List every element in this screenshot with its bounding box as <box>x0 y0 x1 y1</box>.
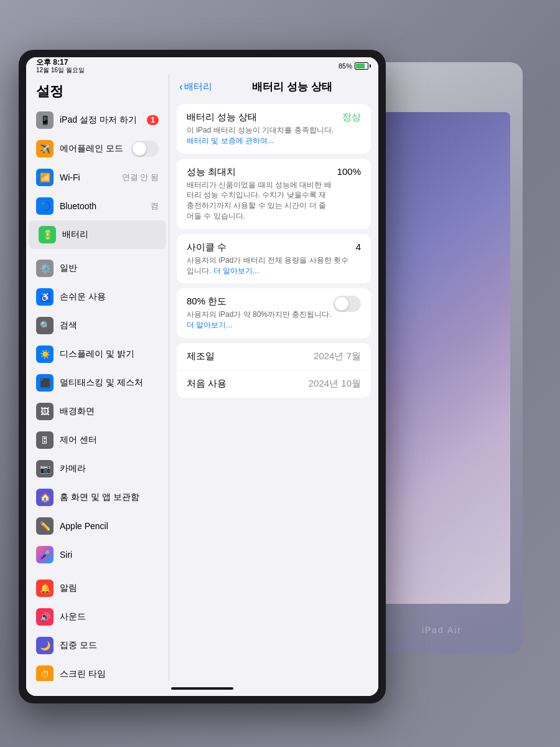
display-label: 디스플레이 및 밝기 <box>60 349 159 360</box>
first-use-value: 2024년 10월 <box>309 378 361 390</box>
wifi-label: Wi-Fi <box>60 172 116 182</box>
detail-title: 배터리 성능 상태 <box>216 80 368 94</box>
first-use-content: 처음 사용 <box>187 378 304 390</box>
max-capacity-content: 성능 최대치 배터리가 신품이었을 때의 성능에 대비한 배터리 성능 수치입니… <box>187 166 332 222</box>
display-icon: ☀️ <box>36 345 54 363</box>
airplane-icon: ✈️ <box>36 140 54 157</box>
settings-group-notifications: 🔔 알림 🔊 사운드 🌙 집중 모드 ⏱ 스크린 타임 <box>26 574 169 681</box>
home-bar <box>171 687 233 690</box>
bluetooth-label: Bluetooth <box>60 201 144 211</box>
battery-fill <box>356 63 365 68</box>
ipad-setup-badge: 1 <box>147 115 159 125</box>
focus-label: 집중 모드 <box>60 640 159 651</box>
control-icon: 🎛 <box>36 431 54 449</box>
sidebar-item-search[interactable]: 🔍 검색 <box>26 311 169 340</box>
sidebar-item-notification[interactable]: 🔔 알림 <box>26 574 169 603</box>
accessibility-label: 손쉬운 사용 <box>60 291 159 303</box>
ipad-screen: 오후 8:17 12월 16일 월요일 85% 설정 📱 iPad 설정 마저 … <box>26 57 378 696</box>
accessibility-icon: ♿ <box>36 288 54 306</box>
detail-panel: ‹ 배터리 배터리 성능 상태 배터리 성능 상태 이 iPad 배터리 성능이… <box>169 75 378 681</box>
notification-icon: 🔔 <box>36 580 54 597</box>
sidebar-item-general[interactable]: ⚙️ 일반 <box>26 254 169 283</box>
sidebar-item-airplane[interactable]: ✈️ 에어플레인 모드 <box>26 134 169 163</box>
sidebar-item-wallpaper[interactable]: 🖼 배경화면 <box>26 397 169 426</box>
camera-label: 카메라 <box>60 463 159 474</box>
max-capacity-value: 100% <box>337 166 361 177</box>
limit-content: 80% 한도 사용자의 iPad가 약 80%까지만 충진됩니다. 더 알아보기… <box>187 296 334 331</box>
notification-label: 알림 <box>60 583 159 594</box>
multitask-icon: ⬛ <box>36 374 54 392</box>
limit-toggle-thumb <box>335 297 348 311</box>
general-label: 일반 <box>60 263 159 274</box>
airplane-toggle-thumb <box>133 142 146 156</box>
battery-health-content: 배터리 성능 상태 이 iPad 배터리 성능이 기대치를 충족합니다. 배터리… <box>187 111 337 146</box>
detail-section-80limit: 80% 한도 사용자의 iPad가 약 80%까지만 충진됩니다. 더 알아보기… <box>177 288 371 338</box>
sound-label: 사운드 <box>60 611 159 622</box>
focus-icon: 🌙 <box>36 637 54 654</box>
detail-section-health: 배터리 성능 상태 이 iPad 배터리 성능이 기대치를 충족합니다. 배터리… <box>177 104 371 154</box>
wallpaper-label: 배경화면 <box>60 406 159 417</box>
ipad-device: 오후 8:17 12월 16일 월요일 85% 설정 📱 iPad 설정 마저 … <box>19 50 386 703</box>
battery-health-title: 배터리 성능 상태 <box>187 111 337 123</box>
sidebar-item-display[interactable]: ☀️ 디스플레이 및 밝기 <box>26 340 169 369</box>
status-date: 12월 16일 월요일 <box>36 67 85 73</box>
bluetooth-icon: 🔵 <box>36 197 54 215</box>
ipad-box-logo: iPad Air <box>422 625 462 635</box>
ipad-setup-icon: 📱 <box>36 111 54 129</box>
battery-health-value: 정상 <box>342 111 361 123</box>
search-icon: 🔍 <box>36 317 54 334</box>
back-arrow-icon: ‹ <box>179 80 183 93</box>
ipad-box-screen <box>373 112 510 604</box>
home-indicator <box>26 681 378 696</box>
detail-section-cycle: 사이클 수 사용자의 iPad가 배터리 전체 용량을 사용한 횟수입니다. 더… <box>177 234 371 284</box>
sidebar-item-control[interactable]: 🎛 제어 센터 <box>26 426 169 454</box>
battery-label: 배터리 <box>62 229 156 240</box>
sidebar-item-ipad-setup[interactable]: 📱 iPad 설정 마저 하기 1 <box>26 106 169 134</box>
cycle-content: 사이클 수 사용자의 iPad가 배터리 전체 용량을 사용한 횟수입니다. 더… <box>187 242 351 276</box>
sidebar-item-accessibility[interactable]: ♿ 손쉬운 사용 <box>26 283 169 311</box>
detail-row-cycle: 사이클 수 사용자의 iPad가 배터리 전체 용량을 사용한 횟수입니다. 더… <box>177 234 371 284</box>
multitask-label: 멀티태스킹 및 제스처 <box>60 377 159 388</box>
control-label: 제어 센터 <box>60 435 159 446</box>
airplane-toggle[interactable] <box>131 141 159 157</box>
main-content: 설정 📱 iPad 설정 마저 하기 1 ✈️ 에어플레인 모드 <box>26 75 378 681</box>
manufacture-value: 2024년 7월 <box>314 350 361 362</box>
siri-icon: 🎤 <box>36 546 54 563</box>
back-label: 배터리 <box>184 81 212 93</box>
cycle-subtitle: 사용자의 iPad가 배터리 전체 용량을 사용한 횟수입니다. 더 알아보기.… <box>187 255 351 276</box>
sidebar-item-screentime[interactable]: ⏱ 스크린 타임 <box>26 660 169 681</box>
sidebar-item-homescreen[interactable]: 🏠 홈 화면 및 앱 보관함 <box>26 483 169 512</box>
wifi-icon: 📶 <box>36 169 54 186</box>
battery-health-subtitle: 이 iPad 배터리 성능이 기대치를 충족합니다. 배터리 및 보증에 관하여… <box>187 125 337 146</box>
wallpaper-icon: 🖼 <box>36 403 54 420</box>
battery-percent-label: 85% <box>338 62 352 70</box>
limit-title: 80% 한도 <box>187 296 334 308</box>
sidebar-item-multitask[interactable]: ⬛ 멀티태스킹 및 제스처 <box>26 369 169 397</box>
sidebar-item-battery[interactable]: 🔋 배터리 <box>29 220 166 249</box>
sound-icon: 🔊 <box>36 608 54 626</box>
detail-row-80limit: 80% 한도 사용자의 iPad가 약 80%까지만 충진됩니다. 더 알아보기… <box>177 288 371 338</box>
sidebar-item-pencil[interactable]: ✏️ Apple Pencil <box>26 512 169 540</box>
detail-row-first-use: 처음 사용 2024년 10월 <box>177 370 371 398</box>
detail-row-max-capacity: 성능 최대치 배터리가 신품이었을 때의 성능에 대비한 배터리 성능 수치입니… <box>177 159 371 229</box>
sidebar-item-focus[interactable]: 🌙 집중 모드 <box>26 631 169 660</box>
max-capacity-title: 성능 최대치 <box>187 166 332 178</box>
detail-section-max-capacity: 성능 최대치 배터리가 신품이었을 때의 성능에 대비한 배터리 성능 수치입니… <box>177 159 371 229</box>
back-button[interactable]: ‹ 배터리 <box>179 80 212 93</box>
sidebar-item-wifi[interactable]: 📶 Wi-Fi 연결 안 됨 <box>26 163 169 192</box>
limit-subtitle: 사용자의 iPad가 약 80%까지만 충진됩니다. 더 알아보기... <box>187 309 334 331</box>
manufacture-title: 제조일 <box>187 350 309 362</box>
detail-nav: ‹ 배터리 배터리 성능 상태 <box>169 75 378 99</box>
sidebar-item-bluetooth[interactable]: 🔵 Bluetooth 켬 <box>26 192 169 220</box>
battery-icon <box>355 62 368 70</box>
screentime-label: 스크린 타임 <box>60 669 159 680</box>
limit-toggle[interactable] <box>334 296 361 312</box>
sidebar-item-siri[interactable]: 🎤 Siri <box>26 540 169 569</box>
status-right: 85% <box>338 62 368 70</box>
cycle-title: 사이클 수 <box>187 242 351 253</box>
status-bar: 오후 8:17 12월 16일 월요일 85% <box>26 57 378 75</box>
sidebar-item-sound[interactable]: 🔊 사운드 <box>26 603 169 631</box>
settings-group-connectivity: ✈️ 에어플레인 모드 📶 Wi-Fi 연결 안 됨 🔵 Bluetooth <box>26 134 169 249</box>
sidebar-item-camera[interactable]: 📷 카메라 <box>26 454 169 483</box>
detail-row-battery-health: 배터리 성능 상태 이 iPad 배터리 성능이 기대치를 충족합니다. 배터리… <box>177 104 371 154</box>
